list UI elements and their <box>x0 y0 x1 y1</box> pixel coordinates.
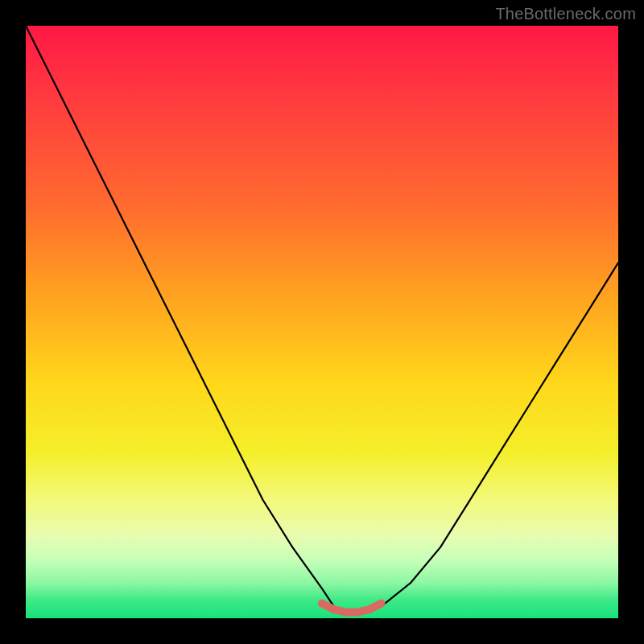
chart-frame: TheBottleneck.com <box>0 0 644 644</box>
curve-svg <box>26 26 618 618</box>
plot-area <box>26 26 618 618</box>
highlight-region <box>322 604 382 613</box>
bottleneck-curve <box>26 26 618 613</box>
watermark-text: TheBottleneck.com <box>495 5 636 23</box>
